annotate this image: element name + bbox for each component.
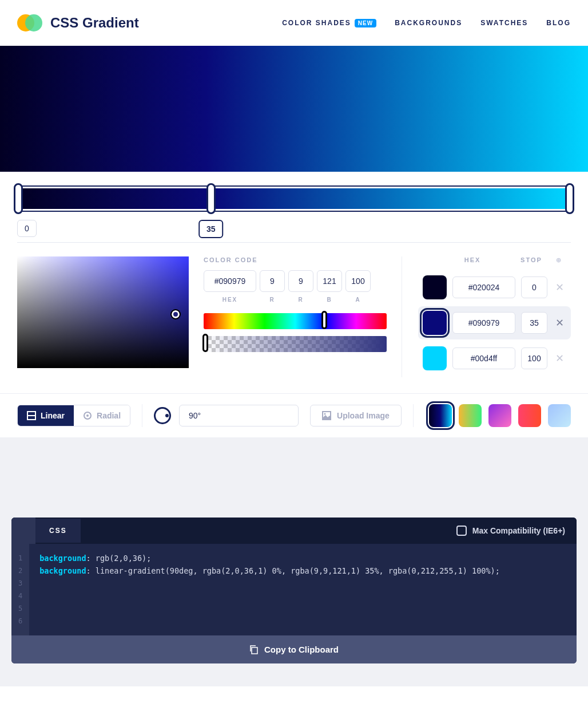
nav-backgrounds[interactable]: BACKGROUNDS bbox=[395, 19, 462, 27]
g-input[interactable] bbox=[288, 270, 313, 292]
nav-blog[interactable]: BLOG bbox=[546, 19, 571, 27]
slider-handle[interactable] bbox=[565, 183, 574, 214]
preset-swatch[interactable] bbox=[488, 404, 511, 427]
sublabel-b: B bbox=[317, 297, 342, 303]
separator bbox=[142, 404, 142, 427]
stop-position-input[interactable] bbox=[521, 347, 547, 369]
compat-label: Max Compatibility (IE6+) bbox=[472, 526, 565, 535]
controls-row: COLOR CODE HEX R R B A HEX STOP ⊕ ✕✕✕ bbox=[0, 243, 588, 393]
logo-icon bbox=[17, 10, 42, 35]
stop-row[interactable]: ✕ bbox=[418, 342, 571, 375]
radial-label: Radial bbox=[97, 411, 121, 420]
svg-rect-6 bbox=[252, 647, 257, 654]
hue-handle[interactable] bbox=[321, 311, 327, 329]
code-section: CSS Max Compatibility (IE6+) 123456 back… bbox=[0, 437, 588, 686]
code-text[interactable]: background: rgb(2,0,36); background: lin… bbox=[29, 544, 510, 635]
nav-swatches[interactable]: SWATCHES bbox=[480, 19, 528, 27]
delete-stop-icon[interactable]: ✕ bbox=[553, 352, 566, 365]
b-input[interactable] bbox=[317, 270, 342, 292]
line-numbers: 123456 bbox=[11, 544, 29, 635]
separator bbox=[413, 404, 414, 427]
svg-point-5 bbox=[324, 413, 326, 415]
preset-swatch[interactable] bbox=[429, 404, 452, 427]
stop-row[interactable]: ✕ bbox=[418, 306, 571, 339]
copy-icon bbox=[249, 645, 259, 654]
picker-cursor[interactable] bbox=[172, 310, 180, 318]
preset-swatch[interactable] bbox=[459, 404, 482, 427]
alpha-slider[interactable] bbox=[204, 336, 387, 352]
checkbox-icon[interactable] bbox=[456, 526, 467, 536]
stops-head-stop: STOP bbox=[518, 256, 545, 264]
slider-handle[interactable] bbox=[14, 183, 23, 214]
css-tab[interactable]: CSS bbox=[35, 519, 81, 543]
hex-input[interactable] bbox=[204, 270, 256, 292]
add-stop-icon[interactable]: ⊕ bbox=[556, 256, 567, 264]
stop-swatch[interactable] bbox=[423, 275, 447, 299]
code-rest: : rgb(2,0,36); bbox=[86, 554, 152, 563]
preset-swatch[interactable] bbox=[518, 404, 541, 427]
logo-text: CSS Gradient bbox=[50, 15, 139, 31]
code-body: 123456 background: rgb(2,0,36); backgrou… bbox=[11, 544, 577, 635]
a-input[interactable] bbox=[345, 270, 371, 292]
color-code-panel: COLOR CODE HEX R R B A bbox=[204, 256, 387, 377]
sublabel-g: R bbox=[288, 297, 313, 303]
gradient-bar bbox=[20, 188, 568, 209]
r-input[interactable] bbox=[260, 270, 285, 292]
hue-slider[interactable] bbox=[204, 313, 387, 329]
color-code-label: COLOR CODE bbox=[204, 256, 387, 263]
stop-row[interactable]: ✕ bbox=[418, 271, 571, 304]
nav-color-shades-label: COLOR SHADES bbox=[282, 19, 351, 27]
header: CSS Gradient COLOR SHADESNEW BACKGROUNDS… bbox=[0, 0, 588, 46]
image-icon bbox=[322, 411, 331, 420]
bottom-toolbar: Linear Radial Upload Image bbox=[0, 393, 588, 437]
position-labels: 035 bbox=[17, 220, 571, 243]
stop-position-input[interactable] bbox=[521, 276, 547, 298]
stops-panel: HEX STOP ⊕ ✕✕✕ bbox=[402, 256, 571, 377]
stop-hex-input[interactable] bbox=[452, 347, 515, 369]
stop-hex-input[interactable] bbox=[452, 276, 515, 298]
nav-color-shades[interactable]: COLOR SHADESNEW bbox=[282, 19, 376, 27]
linear-button[interactable]: Linear bbox=[18, 405, 74, 426]
stop-swatch[interactable] bbox=[423, 311, 447, 335]
code-box: CSS Max Compatibility (IE6+) 123456 back… bbox=[11, 518, 577, 663]
logo[interactable]: CSS Gradient bbox=[17, 10, 139, 35]
gradient-slider-area: 035 bbox=[0, 172, 588, 243]
gradient-slider[interactable] bbox=[17, 185, 571, 212]
svg-point-3 bbox=[86, 414, 89, 417]
preset-swatch[interactable] bbox=[548, 404, 571, 427]
position-label[interactable]: 0 bbox=[17, 220, 37, 237]
delete-stop-icon[interactable]: ✕ bbox=[553, 317, 566, 329]
color-picker[interactable] bbox=[17, 256, 189, 368]
angle-input[interactable] bbox=[179, 405, 299, 426]
alpha-handle[interactable] bbox=[202, 334, 208, 352]
badge-new: NEW bbox=[355, 19, 376, 27]
sublabel-r: R bbox=[260, 297, 285, 303]
code-keyword: background bbox=[39, 566, 86, 575]
code-head: CSS Max Compatibility (IE6+) bbox=[11, 518, 577, 544]
sublabel-hex: HEX bbox=[204, 297, 256, 303]
code-rest: : linear-gradient(90deg, rgba(2,0,36,1) … bbox=[86, 566, 500, 575]
radial-icon bbox=[83, 411, 92, 420]
delete-stop-icon[interactable]: ✕ bbox=[553, 281, 566, 294]
angle-control bbox=[154, 405, 299, 426]
gradient-type-toggle: Linear Radial bbox=[17, 405, 130, 426]
code-keyword: background bbox=[39, 554, 86, 563]
linear-label: Linear bbox=[41, 411, 65, 420]
upload-label: Upload Image bbox=[337, 411, 390, 420]
code-gutter-head bbox=[11, 518, 35, 544]
stop-position-input[interactable] bbox=[521, 312, 547, 334]
copy-label: Copy to Clipboard bbox=[264, 645, 339, 654]
nav: COLOR SHADESNEW BACKGROUNDS SWATCHES BLO… bbox=[282, 19, 571, 27]
compat-toggle[interactable]: Max Compatibility (IE6+) bbox=[445, 518, 577, 544]
stop-swatch[interactable] bbox=[423, 346, 447, 370]
angle-dial[interactable] bbox=[154, 407, 171, 424]
sublabel-a: A bbox=[345, 297, 371, 303]
presets bbox=[429, 404, 571, 427]
upload-image-button[interactable]: Upload Image bbox=[310, 405, 402, 426]
gradient-preview bbox=[0, 46, 588, 172]
stop-hex-input[interactable] bbox=[452, 312, 515, 334]
slider-handle[interactable] bbox=[206, 183, 216, 214]
copy-button[interactable]: Copy to Clipboard bbox=[11, 635, 577, 663]
radial-button[interactable]: Radial bbox=[74, 405, 130, 426]
position-label[interactable]: 35 bbox=[198, 220, 224, 238]
